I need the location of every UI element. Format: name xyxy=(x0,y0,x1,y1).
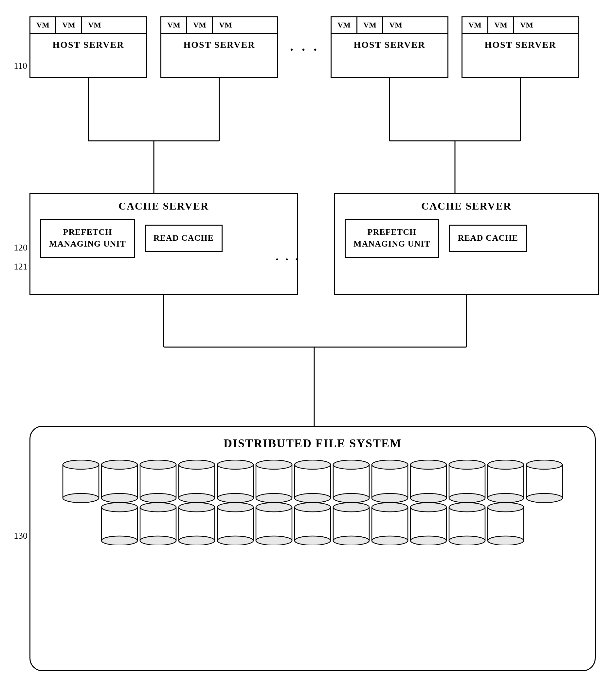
svg-point-44 xyxy=(140,503,176,512)
cylinder-1-2 xyxy=(139,503,177,545)
cylinder-0-1 xyxy=(100,460,139,503)
svg-point-11 xyxy=(179,460,215,469)
cylinders-area xyxy=(30,453,595,562)
svg-rect-27 xyxy=(411,465,446,498)
host-server-label-4: HOST SERVER xyxy=(462,34,578,56)
svg-point-4 xyxy=(102,493,137,503)
svg-point-71 xyxy=(488,503,524,512)
vm-row-4: VM VM VM xyxy=(462,17,578,34)
vm-cell-1c: VM xyxy=(82,17,107,33)
cylinder-1-8 xyxy=(371,503,409,545)
vm-row-1: VM VM VM xyxy=(30,17,146,34)
cylinder-0-7 xyxy=(332,460,371,503)
svg-point-17 xyxy=(256,460,292,469)
svg-point-8 xyxy=(140,460,176,469)
svg-point-2 xyxy=(63,460,99,469)
cache-server-2: CACHE SERVER PREFETCHMANAGING UNIT READ … xyxy=(334,193,599,295)
svg-point-25 xyxy=(372,493,408,503)
cache-inner-2: PREFETCHMANAGING UNIT READ CACHE xyxy=(335,215,598,267)
svg-point-67 xyxy=(449,536,485,545)
cylinder-0-6 xyxy=(293,460,332,503)
cache-server-title-1: CACHE SERVER xyxy=(30,194,297,215)
cylinder-1-3 xyxy=(177,503,216,545)
svg-point-14 xyxy=(217,460,254,469)
ellipsis-host: . . . xyxy=(290,39,320,54)
vm-cell-1b: VM xyxy=(56,17,82,33)
vm-cell-2a: VM xyxy=(161,17,187,33)
cylinder-0-10 xyxy=(448,460,486,503)
cylinder-0-11 xyxy=(486,460,525,503)
vm-cell-1a: VM xyxy=(30,17,56,33)
host-server-label-2: HOST SERVER xyxy=(161,34,277,56)
read-cache-1: READ CACHE xyxy=(145,224,223,252)
ellipsis-cache1: . . . xyxy=(276,250,300,263)
vm-row-2: VM VM VM xyxy=(161,17,277,34)
vm-cell-2b: VM xyxy=(187,17,213,33)
svg-rect-60 xyxy=(372,507,408,541)
cache-server-title-2: CACHE SERVER xyxy=(335,194,598,215)
svg-rect-39 xyxy=(102,507,137,541)
svg-point-68 xyxy=(449,503,485,512)
vm-cell-3c: VM xyxy=(383,17,408,33)
cylinder-1-6 xyxy=(293,503,332,545)
svg-point-53 xyxy=(256,503,292,512)
svg-point-1 xyxy=(63,493,99,503)
svg-rect-24 xyxy=(372,465,408,498)
svg-point-29 xyxy=(411,460,446,469)
svg-rect-54 xyxy=(294,507,331,541)
vm-cell-4a: VM xyxy=(462,17,488,33)
cache-inner-1: PREFETCHMANAGING UNIT READ CACHE xyxy=(30,215,297,267)
svg-point-49 xyxy=(217,536,254,545)
vm-row-3: VM VM VM xyxy=(332,17,447,34)
svg-rect-66 xyxy=(449,507,485,541)
svg-point-20 xyxy=(294,460,331,469)
vm-cell-3b: VM xyxy=(357,17,383,33)
host-server-label-3: HOST SERVER xyxy=(332,34,447,56)
prefetch-managing-unit-1: PREFETCHMANAGING UNIT xyxy=(40,219,135,258)
svg-rect-51 xyxy=(256,507,292,541)
cylinder-0-2 xyxy=(139,460,177,503)
cylinder-1-10 xyxy=(448,503,486,545)
svg-point-59 xyxy=(333,503,369,512)
label-121: 121 xyxy=(14,261,27,272)
prefetch-managing-unit-2: PREFETCHMANAGING UNIT xyxy=(345,219,439,258)
svg-rect-33 xyxy=(488,465,524,498)
cylinder-0-5 xyxy=(255,460,293,503)
svg-rect-6 xyxy=(140,465,176,498)
svg-point-32 xyxy=(449,460,485,469)
cylinder-0-0 xyxy=(62,460,100,503)
cylinder-1-11 xyxy=(486,503,525,545)
svg-point-23 xyxy=(333,460,369,469)
svg-point-37 xyxy=(526,493,562,503)
svg-rect-42 xyxy=(140,507,176,541)
cache-server-1: CACHE SERVER PREFETCHMANAGING UNIT READ … xyxy=(29,193,298,295)
svg-point-28 xyxy=(411,493,446,503)
svg-point-16 xyxy=(256,493,292,503)
svg-rect-12 xyxy=(217,465,254,498)
vm-cell-4c: VM xyxy=(514,17,539,33)
svg-rect-0 xyxy=(63,465,99,498)
svg-point-65 xyxy=(411,503,446,512)
svg-point-47 xyxy=(179,503,215,512)
svg-point-38 xyxy=(526,460,562,469)
svg-point-52 xyxy=(256,536,292,545)
label-120: 120 xyxy=(14,242,27,253)
svg-rect-57 xyxy=(333,507,369,541)
svg-rect-18 xyxy=(294,465,331,498)
cylinder-1-7 xyxy=(332,503,371,545)
svg-point-50 xyxy=(217,503,254,512)
svg-rect-69 xyxy=(488,507,524,541)
read-cache-2: READ CACHE xyxy=(449,224,527,252)
svg-point-43 xyxy=(140,536,176,545)
cylinder-1-1 xyxy=(100,503,139,545)
vm-cell-3a: VM xyxy=(332,17,357,33)
svg-point-13 xyxy=(217,493,254,503)
svg-point-46 xyxy=(179,536,215,545)
cylinder-1-9 xyxy=(409,503,448,545)
dfs-title: DISTRIBUTED FILE SYSTEM xyxy=(30,427,595,453)
cylinder-1-5 xyxy=(255,503,293,545)
svg-point-55 xyxy=(294,536,331,545)
svg-point-31 xyxy=(449,493,485,503)
svg-point-5 xyxy=(102,460,137,469)
label-110: 110 xyxy=(14,61,27,71)
